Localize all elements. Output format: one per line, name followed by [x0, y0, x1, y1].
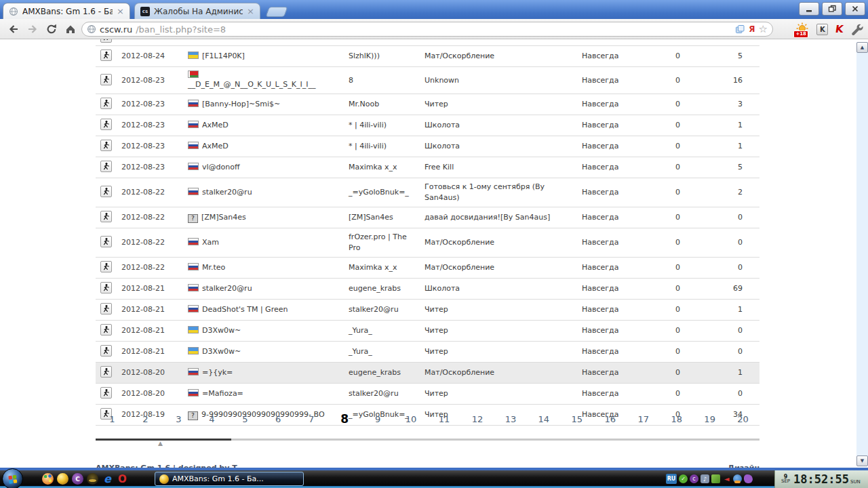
cs-player-icon [102, 120, 111, 129]
ban-player-name: D3Xw0w~ [183, 322, 344, 340]
page-link[interactable]: 14 [527, 411, 560, 428]
ban-detail-icon[interactable] [100, 303, 112, 314]
country-flag-icon [188, 347, 199, 354]
palette-icon[interactable] [42, 473, 54, 485]
ban-detail-icon[interactable] [100, 366, 112, 378]
ban-detail-icon[interactable] [100, 324, 112, 336]
table-row: 2012-08-20 =}{yk= eugene_krabs Мат/Оскор… [96, 363, 760, 384]
bookmark-star-icon[interactable]: ☆ [759, 24, 768, 34]
ban-reason: Мат/Оскорбление [420, 364, 577, 382]
ban-length: Навсегда [577, 259, 648, 277]
messenger-icon[interactable] [744, 474, 753, 483]
ban-date: 2012-08-23 [117, 72, 183, 89]
country-flag-icon [188, 121, 199, 128]
page-link[interactable]: 7 [295, 411, 328, 428]
taskbar-clock[interactable]: 9 SEP 18:52:55 SUN [774, 470, 868, 488]
page-link[interactable]: 3 [162, 411, 195, 428]
page-link[interactable]: 18 [660, 411, 693, 428]
page-link[interactable]: 2 [129, 411, 162, 428]
k-extension-icon[interactable]: K [816, 24, 828, 35]
close-button[interactable] [845, 2, 865, 16]
torrent-tray-icon[interactable]: c [690, 474, 698, 483]
ban-reason: давай досвидания![By San4aus] [420, 209, 577, 226]
ban-date: 2012-08-22 [117, 259, 183, 277]
kaspersky-icon[interactable]: K [835, 23, 844, 35]
ban-detail-icon[interactable] [100, 49, 112, 61]
ban-detail-icon[interactable] [100, 261, 112, 272]
page-link[interactable]: 13 [494, 411, 527, 428]
page-link[interactable]: 6 [262, 411, 295, 428]
taskbar-window-button[interactable]: AMXBans: Gm 1.6 - Ба... [155, 472, 304, 486]
ban-detail-icon[interactable] [100, 140, 112, 151]
country-flag-icon [188, 188, 199, 195]
ban-player-name: ?[ZM]San4es [183, 209, 344, 226]
page-link[interactable]: 12 [460, 411, 494, 428]
scroll-down-icon[interactable]: ▼ [856, 455, 868, 466]
ban-detail-icon[interactable] [100, 39, 112, 43]
ban-detail-icon[interactable] [100, 186, 112, 197]
scroll-up-icon[interactable]: ▲ [856, 42, 868, 53]
tab-complaints[interactable]: cs Жалобы На Администрацию × [134, 3, 260, 19]
internet-explorer-icon[interactable]: e [102, 473, 113, 485]
mask-icon[interactable] [87, 473, 98, 485]
ban-detail-icon[interactable] [100, 211, 112, 222]
update-icon[interactable] [711, 474, 720, 483]
page-link[interactable]: 4 [195, 411, 229, 428]
minimize-button[interactable] [799, 2, 819, 16]
page-link[interactable]: 17 [627, 411, 660, 428]
ban-detail-icon[interactable] [100, 119, 112, 130]
scrollbar[interactable]: ▲ ▼ [856, 42, 868, 466]
opera-icon[interactable]: O [117, 473, 128, 485]
scroll-top-arrow-icon[interactable]: ▲ [158, 440, 163, 447]
volume-muted-icon[interactable]: ◄ [722, 474, 731, 483]
system-tray: RU ✓c♪◄ [666, 474, 753, 484]
ban-kick-count: 0 [648, 184, 680, 201]
agent-icon[interactable] [733, 474, 742, 483]
page-link[interactable]: 20 [726, 411, 760, 428]
ban-date: 2012-08-23 [117, 117, 183, 134]
reload-button[interactable] [43, 22, 60, 37]
wrench-menu-icon[interactable] [851, 23, 864, 36]
yandex-icon[interactable]: Я [749, 24, 755, 34]
ban-detail-icon[interactable] [100, 282, 112, 293]
antivirus-icon[interactable]: ✓ [679, 474, 688, 483]
language-indicator[interactable]: RU [666, 474, 677, 484]
page-link[interactable]: 19 [693, 411, 726, 428]
ban-view-count: 0 [680, 343, 760, 361]
tab-banlist[interactable]: AMXBans: Gm 1.6 - Банлист × [3, 3, 130, 19]
ban-detail-icon[interactable] [100, 74, 112, 85]
page-link[interactable]: 10 [395, 411, 428, 428]
ban-detail-icon[interactable] [100, 345, 112, 357]
table-row: 2012-08-23 AxMeD * | 4ili-vili) Школота … [96, 136, 760, 157]
ban-detail-icon[interactable] [100, 236, 112, 247]
pages-icon[interactable] [734, 24, 745, 35]
adult-filter-extension-icon[interactable]: +18 [795, 22, 809, 36]
ban-detail-icon[interactable] [100, 98, 112, 109]
page-link[interactable]: 5 [229, 411, 262, 428]
ban-player-name: [F1L14P0K] [183, 47, 344, 65]
torrent-icon[interactable]: C [72, 473, 83, 485]
gold-ball-icon[interactable] [57, 473, 68, 485]
address-bar[interactable]: cscw.ru/ban_list.php?site=8 Я ☆ [81, 22, 773, 37]
ban-player-name: D3Xw0w~ [183, 343, 344, 361]
page-link[interactable]: 16 [593, 411, 627, 428]
page-link[interactable]: 11 [428, 411, 461, 428]
back-button[interactable] [5, 22, 22, 37]
page-link[interactable]: 15 [560, 411, 593, 428]
ban-kick-count: 0 [648, 259, 680, 277]
forward-button[interactable] [24, 22, 41, 37]
tab-close-icon[interactable]: × [247, 8, 254, 15]
ban-detail-icon[interactable] [100, 161, 112, 172]
media-icon[interactable]: ♪ [701, 474, 709, 483]
page-link[interactable]: 9 [361, 411, 395, 428]
tab-close-icon[interactable]: × [117, 8, 124, 15]
page-current[interactable]: 8 [328, 411, 361, 428]
new-tab-button[interactable] [265, 7, 288, 17]
restore-button[interactable] [822, 2, 842, 16]
ban-view-count: 0 [680, 322, 760, 340]
home-button[interactable] [62, 22, 79, 37]
page-link[interactable]: 1 [96, 411, 129, 428]
start-button[interactable] [2, 468, 23, 488]
ban-date: 2012-08-20 [117, 385, 183, 403]
ban-detail-icon[interactable] [100, 387, 112, 399]
